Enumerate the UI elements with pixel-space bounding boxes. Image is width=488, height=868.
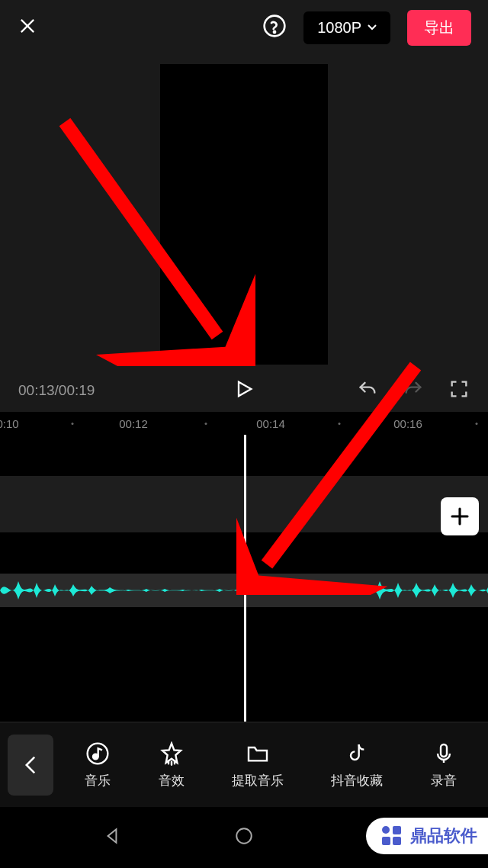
tool-music[interactable]: 音乐 [85,741,111,789]
music-icon [85,741,110,766]
ruler-dot [339,423,341,425]
ruler-dot [205,423,207,425]
svg-rect-10 [393,837,401,845]
tool-record[interactable]: 录音 [431,741,457,789]
douyin-icon [345,741,369,766]
playhead[interactable] [244,435,246,722]
resolution-value: 1080P [317,19,361,37]
svg-rect-4 [441,744,447,757]
ruler-tick: 00:14 [256,417,285,430]
star-icon [159,741,184,766]
export-button[interactable]: 导出 [407,10,471,46]
ruler-tick: 00:16 [393,417,422,430]
watermark-logo-icon [380,824,404,848]
nav-home[interactable] [234,826,254,849]
tool-label: 音乐 [85,772,111,789]
svg-rect-8 [393,826,401,834]
microphone-icon [432,741,456,766]
ruler-tick: 00:12 [119,417,148,430]
nav-back[interactable] [102,826,122,849]
video-preview[interactable] [160,64,328,365]
play-button[interactable] [233,378,255,403]
redo-button[interactable] [403,378,424,403]
tool-label: 音效 [159,772,185,789]
ruler-tick: 0:10 [0,417,19,430]
tool-label: 抖音收藏 [331,772,383,789]
folder-icon [246,741,270,766]
tool-label: 录音 [431,772,457,789]
timeline-ruler[interactable]: 0:10 00:12 00:14 00:16 [0,412,488,435]
close-button[interactable] [17,15,38,40]
resolution-selector[interactable]: 1080P [303,11,390,44]
fullscreen-button[interactable] [448,378,470,403]
tool-douyin-favorites[interactable]: 抖音收藏 [331,741,383,789]
preview-area [0,55,488,369]
svg-point-5 [236,828,252,844]
watermark-badge: 鼎品软件 [366,818,488,854]
timeline-area[interactable] [0,435,488,722]
chevron-down-icon [368,24,377,31]
undo-button[interactable] [357,378,378,403]
ruler-dot [476,423,478,425]
ruler-dot [72,423,74,425]
watermark-text: 鼎品软件 [410,825,477,847]
tool-extract-audio[interactable]: 提取音乐 [232,741,284,789]
svg-point-7 [382,826,390,834]
add-clip-button[interactable] [441,497,479,535]
svg-rect-9 [382,837,390,845]
timecode-display: 00:13/00:19 [18,382,95,399]
help-button[interactable] [262,14,287,41]
back-button[interactable] [8,735,53,796]
tool-label: 提取音乐 [232,772,284,789]
svg-point-1 [274,31,275,33]
tool-sound-effect[interactable]: 音效 [159,741,185,789]
